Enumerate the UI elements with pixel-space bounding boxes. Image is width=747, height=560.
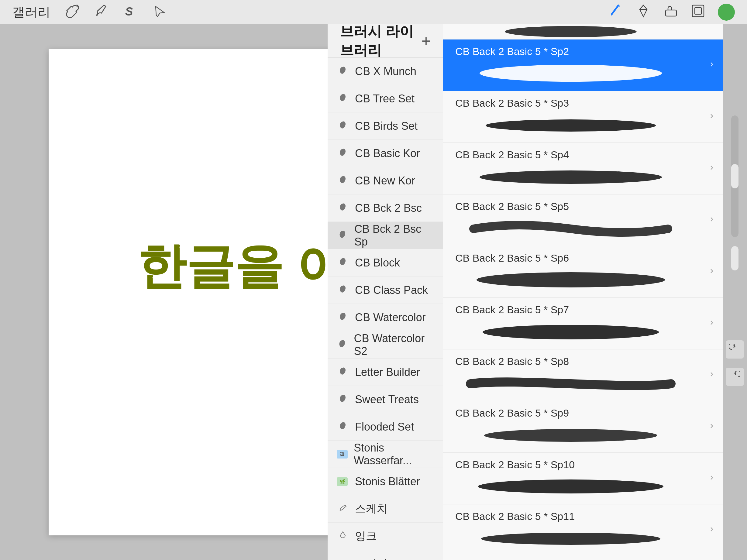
category-item-cb-watercolor[interactable]: CB Watercolor bbox=[328, 304, 443, 331]
svg-text:S: S bbox=[125, 5, 133, 18]
brush-item-preview-sp8 bbox=[455, 422, 711, 446]
brush-item-preview-sp7 bbox=[455, 370, 711, 395]
category-icon-cb-tree-set bbox=[337, 93, 349, 105]
category-item-cb-watercolor-s2[interactable]: CB Watercolor S2 bbox=[328, 331, 443, 358]
toolbar: 갤러리 S bbox=[0, 0, 747, 24]
category-icon-cb-birds-set bbox=[337, 120, 349, 132]
category-item-drawing[interactable]: 그리기 bbox=[328, 550, 443, 560]
category-icon-sweet-treats bbox=[337, 394, 349, 405]
brush-item-sp7[interactable]: CB Back 2 Basic 5 * Sp8 bbox=[443, 349, 723, 401]
brush-item-name-sp5: CB Back 2 Basic 5 * Sp6 bbox=[455, 252, 711, 264]
brush-item-preview-sp6 bbox=[455, 319, 711, 343]
brush-item-name-sp9: CB Back 2 Basic 5 * Sp10 bbox=[455, 459, 711, 471]
redo-button[interactable] bbox=[726, 368, 744, 386]
category-icon-cb-new-kor bbox=[337, 175, 349, 187]
opacity-bar[interactable] bbox=[731, 246, 739, 270]
category-label-drawing: 그리기 bbox=[355, 556, 388, 560]
brush-item-arrow-sp2 bbox=[708, 112, 715, 122]
category-label-cb-bck-2-bsc: CB Bck 2 Bsc bbox=[355, 202, 422, 215]
add-brush-button[interactable]: + bbox=[421, 32, 431, 50]
svg-rect-3 bbox=[695, 8, 701, 14]
scrollbar[interactable] bbox=[731, 115, 739, 237]
brush-item-preview-sp10 bbox=[455, 525, 711, 550]
category-icon-cb-watercolor-s2 bbox=[337, 339, 348, 351]
category-item-cb-new-kor[interactable]: CB New Kor bbox=[328, 167, 443, 194]
brush-item-name-sp6: CB Back 2 Basic 5 * Sp7 bbox=[455, 304, 711, 316]
brush-item-arrow-sp4 bbox=[708, 215, 715, 225]
brush-item-sp10[interactable]: CB Back 2 Basic 5 * Sp11 bbox=[443, 504, 723, 556]
category-item-cb-basic-kor[interactable]: CB Basic Kor bbox=[328, 140, 443, 167]
eraser-icon[interactable] bbox=[663, 3, 678, 21]
category-label-cb-watercolor-s2: CB Watercolor S2 bbox=[354, 332, 434, 357]
category-item-letter-builder[interactable]: Letter Builder bbox=[328, 358, 443, 386]
category-icon-stonis-blatter: 🌿 bbox=[337, 477, 349, 486]
layers-icon[interactable] bbox=[691, 3, 706, 21]
category-icon-cb-bck-2-bsc-sp bbox=[337, 230, 348, 241]
brush-item-sp5[interactable]: CB Back 2 Basic 5 * Sp6 bbox=[443, 246, 723, 298]
selection-icon[interactable] bbox=[153, 4, 167, 21]
category-item-ink[interactable]: 잉크 bbox=[328, 523, 443, 550]
paintbrush-icon[interactable] bbox=[95, 4, 109, 21]
category-icon-cb-block bbox=[337, 257, 349, 269]
brush-item-partial-top bbox=[443, 24, 723, 39]
brush-item-arrow-sp9 bbox=[708, 474, 715, 483]
avatar[interactable] bbox=[718, 4, 735, 21]
category-label-cb-birds-set: CB Birds Set bbox=[355, 120, 417, 132]
svg-rect-2 bbox=[692, 5, 704, 17]
brush-item-sp3[interactable]: CB Back 2 Basic 5 * Sp4 bbox=[443, 143, 723, 194]
category-item-cb-class-pack[interactable]: CB Class Pack bbox=[328, 276, 443, 304]
brush-item-sp1[interactable]: CB Back 2 Basic 5 * Sp2 bbox=[443, 39, 723, 91]
category-item-cb-tree-set[interactable]: CB Tree Set bbox=[328, 85, 443, 112]
brush-item-arrow-sp5 bbox=[708, 267, 715, 277]
category-item-cb-bck-2-bsc-sp[interactable]: CB Bck 2 Bsc Sp bbox=[328, 222, 443, 249]
category-icon-cb-class-pack bbox=[337, 285, 349, 296]
brush-item-sp9[interactable]: CB Back 2 Basic 5 * Sp10 bbox=[443, 453, 723, 504]
brush-categories: 브러시 라이브러리 + CB X MunchCB Tree SetCB Bird… bbox=[328, 24, 443, 560]
category-item-sweet-treats[interactable]: Sweet Treats bbox=[328, 386, 443, 413]
brush-item-sp8[interactable]: CB Back 2 Basic 5 * Sp9 bbox=[443, 401, 723, 453]
category-item-flooded-set[interactable]: Flooded Set bbox=[328, 413, 443, 441]
category-item-stonis-wasserfar[interactable]: 🖼Stonis Wasserfar... bbox=[328, 441, 443, 468]
pen-active-icon[interactable] bbox=[609, 3, 624, 21]
categories-list: CB X MunchCB Tree SetCB Birds SetCB Basi… bbox=[328, 58, 443, 560]
brush-item-arrow-sp1 bbox=[708, 60, 715, 70]
brush-item-name-sp8: CB Back 2 Basic 5 * Sp9 bbox=[455, 407, 711, 419]
category-label-cb-x-munch: CB X Munch bbox=[355, 65, 416, 78]
gallery-button[interactable]: 갤러리 bbox=[12, 4, 50, 21]
category-item-cb-bck-2-bsc[interactable]: CB Bck 2 Bsc bbox=[328, 194, 443, 222]
undo-button[interactable] bbox=[726, 340, 744, 358]
brush-panel-header: 브러시 라이브러리 + bbox=[328, 24, 443, 58]
category-label-sketch: 스케치 bbox=[355, 501, 388, 516]
scrollbar-thumb[interactable] bbox=[731, 164, 739, 188]
smudge-icon[interactable]: S bbox=[124, 4, 138, 21]
category-item-stonis-blatter[interactable]: 🌿Stonis Blätter bbox=[328, 468, 443, 495]
brush-item-arrow-sp10 bbox=[708, 525, 715, 535]
brush-item-preview-sp3 bbox=[455, 164, 711, 188]
category-label-cb-basic-kor: CB Basic Kor bbox=[355, 147, 420, 160]
category-label-stonis-wasserfar: Stonis Wasserfar... bbox=[354, 442, 434, 467]
svg-point-16 bbox=[484, 429, 658, 442]
brush-item-sp6[interactable]: CB Back 2 Basic 5 * Sp7 bbox=[443, 298, 723, 349]
brush-item-sp4[interactable]: CB Back 2 Basic 5 * Sp5 bbox=[443, 194, 723, 246]
brush-item-preview-sp5 bbox=[455, 267, 711, 291]
category-icon-ink bbox=[337, 531, 349, 542]
category-item-sketch[interactable]: 스케치 bbox=[328, 495, 443, 523]
category-item-cb-birds-set[interactable]: CB Birds Set bbox=[328, 112, 443, 140]
category-item-cb-x-munch[interactable]: CB X Munch bbox=[328, 58, 443, 85]
svg-point-15 bbox=[483, 325, 659, 339]
brush-item-name-sp3: CB Back 2 Basic 5 * Sp4 bbox=[455, 149, 711, 161]
wrench-icon[interactable] bbox=[66, 4, 80, 21]
brush-library-panel: 브러시 라이브러리 + CB X MunchCB Tree SetCB Bird… bbox=[328, 24, 723, 560]
svg-point-10 bbox=[505, 26, 636, 37]
brush-item-arrow-sp8 bbox=[708, 422, 715, 432]
category-label-ink: 잉크 bbox=[355, 529, 377, 543]
category-item-cb-block[interactable]: CB Block bbox=[328, 249, 443, 276]
brush-item-name-sp1: CB Back 2 Basic 5 * Sp2 bbox=[455, 46, 711, 57]
brush-item-preview-sp4 bbox=[455, 215, 711, 240]
nib-icon[interactable] bbox=[636, 3, 651, 21]
category-icon-cb-watercolor bbox=[337, 312, 349, 323]
brush-item-preview-sp2 bbox=[455, 112, 711, 136]
brush-item-preview-sp1 bbox=[455, 60, 711, 85]
brush-item-sp2[interactable]: CB Back 2 Basic 5 * Sp3 bbox=[443, 91, 723, 143]
brush-item-arrow-sp6 bbox=[708, 319, 715, 328]
